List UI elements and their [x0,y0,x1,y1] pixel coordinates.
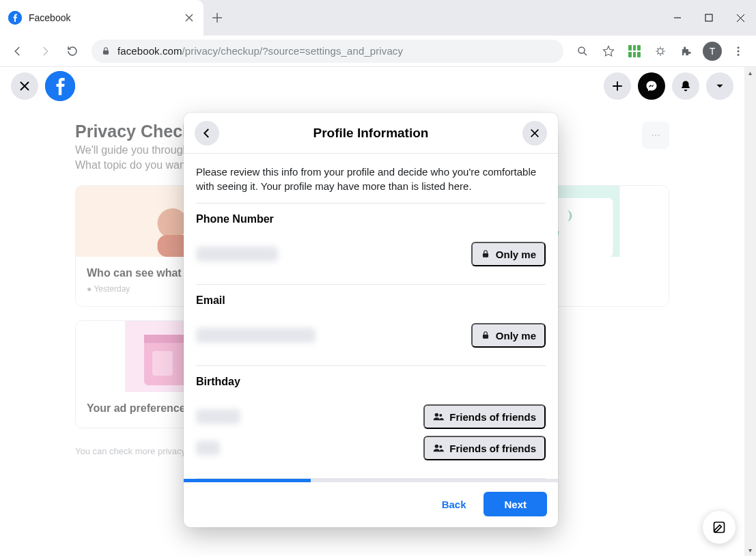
svg-point-4 [658,48,663,54]
phone-value-redacted [196,247,278,262]
chrome-menu-button[interactable] [726,39,751,64]
page-overflow-button[interactable]: ··· [642,122,669,149]
profile-info-modal: Profile Information Please review this i… [184,113,558,527]
zoom-icon[interactable] [570,39,595,64]
svg-point-31 [435,413,438,417]
svg-rect-30 [483,335,488,339]
friends-of-friends-icon [433,443,444,453]
facebook-header [0,67,744,105]
email-value-redacted [196,328,316,343]
profile-avatar[interactable]: T [700,39,725,64]
svg-point-32 [440,414,443,417]
svg-point-10 [158,208,188,238]
close-window-button[interactable] [725,0,756,36]
browser-tab[interactable]: Facebook [0,0,204,36]
reload-button[interactable] [60,39,85,64]
bookmark-star-icon[interactable] [596,39,621,64]
email-audience-button[interactable]: Only me [471,323,546,348]
modal-back-button[interactable] [195,121,219,145]
svg-point-5 [738,46,740,48]
new-tab-button[interactable] [204,0,231,36]
phone-label: Phone Number [196,213,546,225]
birthday-day-redacted [196,409,240,424]
birthday-day-audience-button[interactable]: Friends of friends [423,404,546,429]
edit-fab-button[interactable] [703,511,736,544]
svg-rect-1 [705,14,712,21]
email-label: Email [196,294,546,307]
extension-bug-icon[interactable] [648,39,673,64]
section-birthday: Birthday Friends of friends Friends of f… [196,365,546,479]
modal-intro-text: Please review this info from your profil… [196,165,546,193]
birthday-year-audience-button[interactable]: Friends of friends [423,436,546,460]
browser-toolbar: facebook.com/privacy/checkup/?source=set… [0,36,756,67]
back-button[interactable]: Back [434,493,475,516]
window-controls [662,0,756,36]
scroll-down-icon[interactable]: ▾ [748,546,752,554]
svg-point-3 [578,47,585,53]
facebook-favicon-icon [8,11,22,25]
minimize-button[interactable] [662,0,693,36]
svg-point-6 [738,50,740,52]
messenger-button[interactable] [638,72,665,100]
url-text: facebook.com/privacy/checkup/?source=set… [117,45,403,57]
modal-title: Profile Information [313,126,429,141]
extension-grid-icon[interactable] [622,39,647,64]
next-button[interactable]: Next [484,492,547,516]
svg-rect-26 [152,351,173,376]
close-checkup-button[interactable] [11,72,38,100]
tab-close-button[interactable] [183,12,195,24]
scrollbar[interactable]: ▴ ▾ [744,67,756,556]
birthday-year-redacted [196,441,220,456]
lock-icon [101,46,111,56]
tab-title: Facebook [29,12,176,23]
create-button[interactable] [604,72,631,100]
nav-forward-button[interactable] [33,39,57,64]
scroll-up-icon[interactable]: ▴ [748,69,752,77]
extensions-puzzle-icon[interactable] [674,39,699,64]
lock-icon [481,331,490,340]
svg-rect-29 [483,253,488,258]
friends-of-friends-icon [433,412,444,421]
svg-point-33 [435,445,438,448]
modal-close-button[interactable] [522,121,547,145]
section-phone: Phone Number Only me [196,203,546,284]
section-email: Email Only me [196,284,546,365]
svg-point-7 [738,53,740,55]
maximize-button[interactable] [693,0,725,36]
phone-audience-button[interactable]: Only me [471,242,546,266]
titlebar: Facebook [0,0,756,36]
svg-rect-2 [103,50,109,54]
notifications-button[interactable] [672,72,699,100]
nav-back-button[interactable] [5,39,30,64]
address-bar[interactable]: facebook.com/privacy/checkup/?source=set… [92,40,563,63]
facebook-logo-icon[interactable] [45,71,75,101]
account-menu-button[interactable] [706,72,733,100]
svg-point-34 [440,445,443,448]
lock-icon [481,249,490,259]
birthday-label: Birthday [196,376,546,388]
svg-rect-35 [714,523,725,533]
